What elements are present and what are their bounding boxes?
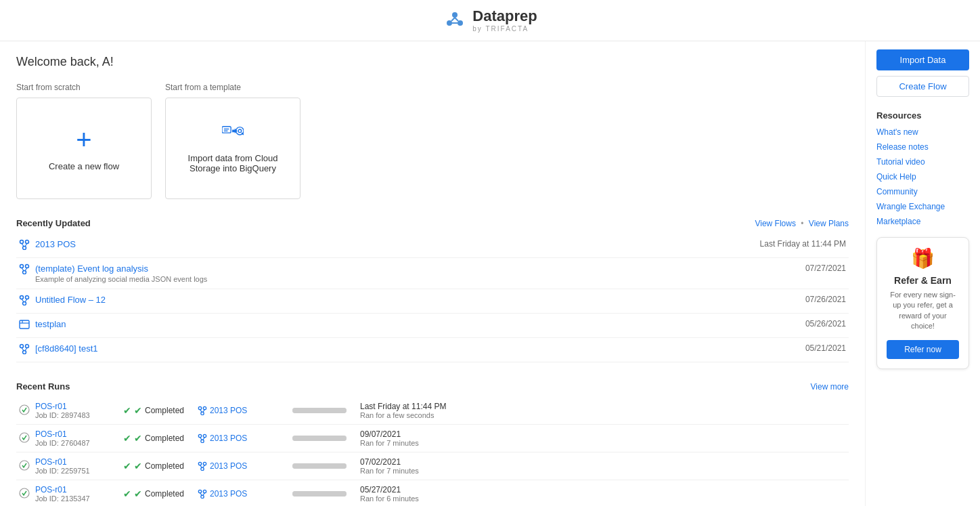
flow-name-link[interactable]: Untitled Flow – 12 — [35, 295, 106, 305]
run-job-id: Job ID: 2897483 — [35, 411, 118, 419]
import-template-card[interactable]: Import data from Cloud Storage into BigQ… — [165, 98, 300, 199]
check-icon-1: ✔ — [123, 461, 131, 471]
run-name-cell: POS-r01 Job ID: 2897483 — [32, 397, 120, 425]
run-time-text: 05/27/2021 — [360, 485, 846, 494]
run-flow-cell: 2013 POS — [195, 397, 290, 425]
resource-link[interactable]: Release notes — [876, 142, 969, 152]
run-status-icon — [16, 425, 32, 452]
view-plans-link[interactable]: View Plans — [809, 219, 849, 228]
check-icon-2: ✔ — [134, 488, 142, 499]
run-job-id: Job ID: 2135347 — [35, 494, 118, 503]
svg-line-17 — [25, 244, 27, 247]
run-time-cell: 05/27/2021 Ran for 6 minutes — [357, 480, 849, 507]
start-section: Start from scratch + Create a new flow S… — [16, 83, 849, 199]
action-buttons: Import Data Create Flow — [876, 49, 969, 97]
run-name-link[interactable]: POS-r01 — [35, 485, 67, 494]
resource-link[interactable]: What's new — [876, 127, 969, 137]
svg-point-13 — [20, 240, 24, 244]
run-row: POS-r01 Job ID: 2135347 ✔ ✔ Completed 20… — [16, 480, 849, 507]
flow-type-icon — [16, 338, 32, 362]
svg-line-47 — [203, 438, 205, 440]
svg-line-3 — [451, 18, 455, 21]
svg-rect-28 — [20, 320, 29, 329]
create-flow-card-label: Create a new flow — [43, 161, 125, 171]
refer-title: Refer & Earn — [887, 275, 959, 286]
recently-updated-links: View Flows • View Plans — [755, 219, 849, 228]
run-row: POS-r01 Job ID: 2259751 ✔ ✔ Completed 20… — [16, 452, 849, 480]
recent-runs-header: Recent Runs View more — [16, 381, 849, 392]
resource-link[interactable]: Tutorial video — [876, 157, 969, 167]
check-icon-2: ✔ — [134, 405, 142, 416]
run-name-link[interactable]: POS-r01 — [35, 429, 67, 439]
run-duration-text: Ran for 7 minutes — [360, 467, 846, 475]
svg-point-43 — [198, 434, 201, 437]
svg-point-11 — [238, 129, 242, 133]
run-flow-link[interactable]: 2013 POS — [210, 461, 247, 471]
run-flow-link[interactable]: 2013 POS — [210, 406, 247, 415]
check-icon-2: ✔ — [134, 433, 142, 444]
create-flow-button[interactable]: Create Flow — [876, 76, 969, 97]
run-status-cell: ✔ ✔ Completed — [120, 452, 195, 480]
flow-name-link[interactable]: 2013 POS — [35, 239, 76, 249]
svg-point-23 — [20, 296, 24, 299]
svg-line-26 — [22, 299, 24, 302]
svg-point-44 — [203, 434, 206, 437]
resource-link[interactable]: Community — [876, 187, 969, 196]
run-progress-cell — [290, 425, 357, 452]
run-status-cell: ✔ ✔ Completed — [120, 480, 195, 507]
run-name-link[interactable]: POS-r01 — [35, 457, 67, 467]
run-status-cell: ✔ ✔ Completed — [120, 425, 195, 452]
run-status-text: Completed — [145, 434, 184, 443]
run-flow-link[interactable]: 2013 POS — [210, 489, 247, 499]
run-time-cell: 07/02/2021 Ran for 7 minutes — [357, 452, 849, 480]
resource-link[interactable]: Marketplace — [876, 217, 969, 226]
svg-line-16 — [22, 244, 24, 247]
import-data-button[interactable]: Import Data — [876, 49, 969, 70]
create-new-flow-card[interactable]: + Create a new flow — [16, 98, 152, 199]
refer-desc: For every new sign-up you refer, get a r… — [887, 290, 959, 332]
view-flows-link[interactable]: View Flows — [755, 219, 795, 228]
svg-point-31 — [20, 345, 24, 348]
svg-point-18 — [20, 265, 24, 268]
svg-point-51 — [201, 467, 204, 470]
svg-point-1 — [447, 20, 452, 26]
flow-row: [cf8d8640] test1 05/21/2021 — [16, 338, 849, 362]
flow-date: Last Friday at 11:44 PM — [571, 234, 849, 258]
run-progress-fill — [292, 491, 347, 497]
svg-line-4 — [455, 18, 458, 21]
resource-link[interactable]: Wrangle Exchange — [876, 202, 969, 211]
svg-line-46 — [200, 438, 202, 440]
refer-now-button[interactable]: Refer now — [887, 340, 959, 359]
run-duration-text: Ran for 6 minutes — [360, 494, 846, 503]
run-name-cell: POS-r01 Job ID: 2760487 — [32, 425, 120, 452]
svg-point-19 — [26, 265, 29, 268]
run-flow-link[interactable]: 2013 POS — [210, 434, 247, 443]
flow-name-link[interactable]: (template) Event log analysis — [35, 263, 148, 274]
content-area: Welcome back, A! Start from scratch + Cr… — [0, 41, 865, 506]
flow-name-cell: 2013 POS — [32, 234, 571, 258]
svg-point-14 — [26, 240, 29, 244]
svg-line-41 — [203, 410, 205, 413]
resource-link[interactable]: Quick Help — [876, 172, 969, 182]
run-flow-cell: 2013 POS — [195, 425, 290, 452]
start-from-scratch-group: Start from scratch + Create a new flow — [16, 83, 152, 199]
resources-links: What's newRelease notesTutorial videoQui… — [876, 127, 969, 226]
check-icon-1: ✔ — [123, 488, 131, 499]
flow-row: Untitled Flow – 12 07/26/2021 — [16, 289, 849, 314]
flow-name-link[interactable]: [cf8d8640] test1 — [35, 343, 98, 354]
gift-icon: 🎁 — [887, 247, 959, 270]
svg-point-38 — [203, 406, 206, 409]
run-progress-bar — [292, 491, 347, 497]
view-more-link[interactable]: View more — [811, 382, 849, 392]
flow-row: testplan 05/26/2021 — [16, 314, 849, 338]
svg-line-40 — [200, 410, 202, 413]
check-icon-1: ✔ — [123, 433, 131, 444]
flow-type-icon — [16, 234, 32, 258]
run-name-link[interactable]: POS-r01 — [35, 402, 67, 411]
run-status-text: Completed — [145, 461, 184, 471]
start-from-template-group: Start from a template Import — [165, 83, 300, 199]
flow-row: 2013 POS Last Friday at 11:44 PM — [16, 234, 849, 258]
flow-date: 05/26/2021 — [571, 314, 849, 338]
flow-name-link[interactable]: testplan — [35, 319, 66, 329]
app-header: Dataprep by TRIFACTA — [0, 0, 980, 41]
